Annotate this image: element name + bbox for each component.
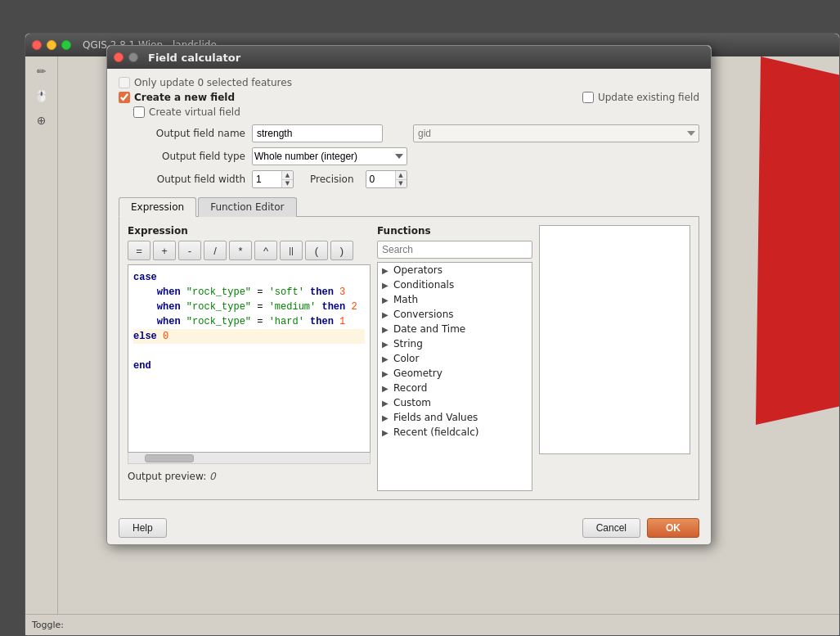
- create-new-checkbox[interactable]: [119, 92, 130, 103]
- update-existing-checkbox-label[interactable]: Update existing field: [582, 92, 699, 103]
- precision-input[interactable]: [366, 171, 395, 187]
- tab-content-expression: Expression = + - / * ^ || (: [119, 217, 699, 500]
- code-then3: then: [310, 316, 334, 327]
- output-field-name-input[interactable]: [252, 124, 383, 142]
- toolbar-icon-2[interactable]: 🖱️: [30, 84, 53, 107]
- output-field-width-input[interactable]: [253, 171, 281, 187]
- precision-spinbox[interactable]: ▲ ▼: [366, 170, 407, 188]
- func-arrow-conditionals: ▶: [382, 281, 390, 290]
- op-btn-mul[interactable]: *: [229, 241, 252, 260]
- func-item-recent[interactable]: ▶ Recent (fieldcalc): [378, 425, 532, 440]
- op-btn-caret[interactable]: ^: [254, 241, 277, 260]
- code-rock3: "rock_type": [186, 316, 251, 327]
- code-else: else: [133, 331, 157, 342]
- func-item-conversions[interactable]: ▶ Conversions: [378, 307, 532, 322]
- func-label-recent: Recent (fieldcalc): [393, 426, 478, 438]
- tab-function-editor[interactable]: Function Editor: [198, 197, 296, 217]
- width-spinbox-arrows[interactable]: ▲ ▼: [281, 171, 293, 187]
- output-field-width-row: Output field width ▲ ▼ Precision ▲ ▼: [119, 170, 699, 188]
- output-preview: Output preview: 0: [128, 471, 371, 482]
- op-btn-pipe[interactable]: ||: [280, 241, 303, 260]
- update-existing-text: Update existing field: [598, 92, 699, 103]
- func-arrow-conversions: ▶: [382, 310, 390, 319]
- func-item-datetime[interactable]: ▶ Date and Time: [378, 322, 532, 336]
- op-btn-plus[interactable]: +: [153, 241, 176, 260]
- code-when2: when: [157, 301, 181, 313]
- horizontal-scrollbar[interactable]: [128, 453, 371, 464]
- tab-expression[interactable]: Expression: [119, 197, 196, 217]
- func-item-conditionals[interactable]: ▶ Conditionals: [378, 277, 532, 292]
- func-item-color[interactable]: ▶ Color: [378, 351, 532, 366]
- code-eq1: =: [257, 286, 263, 298]
- output-field-width-spinbox[interactable]: ▲ ▼: [252, 170, 294, 188]
- func-item-geometry[interactable]: ▶ Geometry: [378, 366, 532, 381]
- func-item-fields-values[interactable]: ▶ Fields and Values: [378, 410, 532, 425]
- func-label-operators: Operators: [393, 264, 442, 276]
- toolbar-icon-1[interactable]: ✏️: [30, 60, 53, 83]
- qgis-min-btn[interactable]: [47, 40, 56, 50]
- toggle-label: Toggle:: [32, 620, 64, 630]
- width-spin-down[interactable]: ▼: [282, 180, 293, 188]
- gid-select[interactable]: gid: [413, 124, 699, 142]
- func-label-custom: Custom: [393, 397, 431, 408]
- create-new-checkbox-label[interactable]: Create a new field: [119, 92, 235, 103]
- update-existing-checkbox[interactable]: [582, 92, 594, 103]
- toolbar-icon-3[interactable]: ⊕: [30, 109, 53, 132]
- dialog-close-btn[interactable]: [114, 52, 124, 62]
- output-field-width-label: Output field width: [119, 174, 245, 185]
- precision-spinbox-arrows[interactable]: ▲ ▼: [395, 171, 407, 187]
- functions-search-input[interactable]: [377, 241, 532, 259]
- qgis-close-btn[interactable]: [32, 40, 42, 50]
- precision-spin-down[interactable]: ▼: [396, 180, 407, 188]
- func-label-conversions: Conversions: [393, 309, 454, 320]
- func-item-math[interactable]: ▶ Math: [378, 292, 532, 307]
- func-item-string[interactable]: ▶ String: [378, 336, 532, 351]
- output-field-type-row: Output field type Whole number (integer): [119, 147, 699, 165]
- ok-button[interactable]: OK: [647, 518, 699, 538]
- op-btn-lparen[interactable]: (: [305, 241, 328, 260]
- only-update-checkbox-label[interactable]: Only update 0 selected features: [119, 77, 292, 88]
- output-field-type-select[interactable]: Whole number (integer): [252, 147, 407, 165]
- functions-panel: Functions ▶ Operators ▶ Conditionals: [377, 225, 532, 491]
- op-btn-rparen[interactable]: ): [330, 241, 353, 260]
- qgis-max-btn[interactable]: [61, 40, 71, 50]
- dialog-body: Only update 0 selected features Create a…: [107, 69, 711, 510]
- operator-buttons: = + - / * ^ || ( ): [128, 241, 371, 260]
- func-item-operators[interactable]: ▶ Operators: [378, 263, 532, 277]
- func-arrow-operators: ▶: [382, 266, 390, 275]
- precision-spin-up[interactable]: ▲: [396, 171, 407, 180]
- code-medium: 'medium': [269, 301, 317, 313]
- code-then1: then: [310, 286, 334, 298]
- op-btn-minus[interactable]: -: [178, 241, 201, 260]
- only-update-checkbox[interactable]: [119, 77, 130, 88]
- functions-panel-title: Functions: [377, 225, 532, 237]
- func-label-color: Color: [393, 353, 419, 364]
- code-2: 2: [351, 301, 357, 313]
- code-rock2: "rock_type": [186, 301, 251, 313]
- func-arrow-fields-values: ▶: [382, 413, 390, 422]
- op-btn-eq[interactable]: =: [128, 241, 150, 260]
- code-when3: when: [157, 316, 181, 327]
- width-spin-up[interactable]: ▲: [282, 171, 293, 180]
- code-3: 3: [339, 286, 345, 298]
- func-label-math: Math: [393, 294, 418, 305]
- func-item-record[interactable]: ▶ Record: [378, 381, 532, 395]
- code-end: end: [133, 360, 151, 372]
- code-editor[interactable]: case when "rock_type" = 'soft' then 3 wh…: [128, 264, 371, 453]
- func-label-geometry: Geometry: [393, 368, 442, 379]
- dialog-min-btn[interactable]: [128, 52, 138, 62]
- cancel-button[interactable]: Cancel: [582, 518, 640, 538]
- status-bar: Toggle:: [25, 614, 839, 635]
- scrollbar-thumb[interactable]: [145, 454, 194, 462]
- only-update-text: Only update 0 selected features: [134, 77, 292, 88]
- op-btn-div[interactable]: /: [204, 241, 227, 260]
- func-item-custom[interactable]: ▶ Custom: [378, 395, 532, 410]
- help-button[interactable]: Help: [119, 518, 167, 538]
- create-virtual-checkbox-label[interactable]: Create virtual field: [133, 106, 699, 118]
- only-update-row: Only update 0 selected features: [119, 77, 699, 88]
- func-arrow-color: ▶: [382, 354, 390, 363]
- dialog-title: Field calculator: [148, 52, 240, 64]
- precision-label: Precision: [310, 174, 354, 185]
- func-label-datetime: Date and Time: [393, 323, 465, 335]
- create-virtual-checkbox[interactable]: [133, 106, 145, 118]
